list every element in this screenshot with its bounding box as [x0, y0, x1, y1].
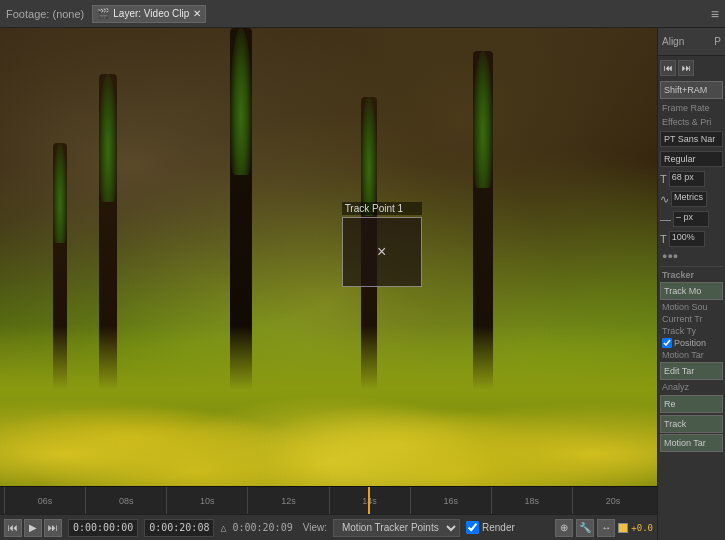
track-motion-btn[interactable]: Track Mo	[660, 282, 723, 300]
tool-btn-1[interactable]: ⊕	[555, 519, 573, 537]
right-panel: Align P ⏮ ⏭ Shift+RAM Frame Rate Effects…	[657, 28, 725, 540]
track-point-crosshair: ×	[377, 244, 386, 260]
position-checkbox-label: Position	[674, 338, 706, 348]
hamburger-menu-icon[interactable]: ≡	[711, 6, 719, 22]
motion-tar-btn[interactable]: Motion Tar	[660, 434, 723, 452]
color-swatch	[618, 523, 628, 533]
delta-time-display: △ 0:00:20:09	[220, 522, 292, 533]
percent-row: T 100%	[660, 231, 723, 247]
top-bar: Footage: (none) 🎬 Layer: Video Clip ✕ ≡	[0, 0, 725, 28]
flowers-field	[0, 326, 657, 486]
bottom-controls: ⏮ ▶ ⏭ 0:00:00:00 0:00:20:08 △ 0:00:20:09…	[0, 514, 657, 540]
font-size-row: T 68 px	[660, 171, 723, 187]
video-panel: Track Point 1 × 06s 08s 10s 12s 14s 16s …	[0, 28, 657, 540]
metrics-row: ∿ Metrics	[660, 191, 723, 207]
play-btn[interactable]: ▶	[24, 519, 42, 537]
foliage-3	[361, 97, 377, 216]
end-time-value: 0:00:20:08	[149, 522, 209, 533]
tool-btn-3[interactable]: ↔	[597, 519, 615, 537]
transport-row: ⏮ ⏭	[660, 58, 723, 78]
transport-controls: ⏮ ▶ ⏭	[4, 519, 62, 537]
current-time-display[interactable]: 0:00:00:00	[68, 519, 138, 537]
dash-row: — – px	[660, 211, 723, 227]
shift-ram-btn[interactable]: Shift+RAM	[660, 81, 723, 99]
metrics-input[interactable]: Metrics	[671, 191, 707, 207]
tree-overlay	[0, 28, 657, 486]
layer-label: Layer: Video Clip	[113, 8, 189, 19]
motion-source-label: Motion Sou	[660, 301, 723, 313]
frame-rate-label: Frame Rate	[660, 102, 723, 114]
percent-icon: T	[660, 233, 667, 245]
percent-input[interactable]: 100%	[669, 231, 705, 247]
tool-btn-2[interactable]: 🔧	[576, 519, 594, 537]
tracker-section: Tracker Track Mo Motion Sou Current Tr T…	[660, 266, 723, 453]
timeline-mark-6s[interactable]: 06s	[4, 487, 85, 514]
edit-target-btn[interactable]: Edit Tar	[660, 362, 723, 380]
timeline-ruler[interactable]: 06s 08s 10s 12s 14s 16s 18s 20s	[0, 487, 657, 514]
next-frame-btn[interactable]: ⏭	[44, 519, 62, 537]
timeline-mark-16s[interactable]: 16s	[410, 487, 491, 514]
top-bar-right: ≡	[711, 6, 719, 22]
close-icon[interactable]: ✕	[193, 8, 201, 19]
tracker-section-label: Tracker	[660, 269, 723, 281]
end-time-display[interactable]: 0:00:20:08	[144, 519, 214, 537]
foliage-5	[53, 143, 67, 244]
reset-btn[interactable]: Re	[660, 395, 723, 413]
right-panel-header: Align P	[658, 28, 725, 56]
metrics-icon: ∿	[660, 193, 669, 206]
timeline-mark-12s[interactable]: 12s	[247, 487, 328, 514]
video-viewport[interactable]: Track Point 1 ×	[0, 28, 657, 486]
foliage-2	[230, 28, 252, 175]
foliage-4	[473, 51, 493, 188]
second-panel-label: P	[714, 36, 721, 47]
prev-frame-btn[interactable]: ⏮	[4, 519, 22, 537]
align-label: Align	[662, 36, 684, 47]
offset-value: +0.0	[631, 523, 653, 533]
render-checkbox-group: Render	[466, 521, 515, 534]
view-select[interactable]: Motion Tracker Points	[333, 519, 460, 537]
font-style-display[interactable]: Regular	[660, 151, 723, 167]
film-icon: 🎬	[97, 8, 109, 19]
track-btn[interactable]: Track	[660, 415, 723, 433]
position-checkbox-row: Position	[660, 337, 723, 349]
analyze-label: Analyz	[660, 381, 723, 393]
timeline-playhead[interactable]	[368, 487, 370, 514]
track-type-label: Track Ty	[660, 325, 723, 337]
motion-target-label: Motion Tar	[660, 349, 723, 361]
position-checkbox[interactable]	[662, 338, 672, 348]
timeline-mark-8s[interactable]: 08s	[85, 487, 166, 514]
timeline-mark-20s[interactable]: 20s	[572, 487, 653, 514]
dots-indicator: ●●●	[660, 250, 723, 262]
footage-label: Footage: (none)	[6, 8, 84, 20]
right-panel-content: ⏮ ⏭ Shift+RAM Frame Rate Effects & Pri P…	[658, 56, 725, 540]
timeline-area: 06s 08s 10s 12s 14s 16s 18s 20s	[0, 486, 657, 514]
timeline-mark-18s[interactable]: 18s	[491, 487, 572, 514]
current-time-value: 0:00:00:00	[73, 522, 133, 533]
font-name-display[interactable]: PT Sans Nar	[660, 131, 723, 147]
dash-icon: —	[660, 213, 671, 225]
panel-next-btn[interactable]: ⏭	[678, 60, 694, 76]
panel-prev-btn[interactable]: ⏮	[660, 60, 676, 76]
dash-input[interactable]: – px	[673, 211, 709, 227]
render-checkbox[interactable]	[466, 521, 479, 534]
track-point-label: Track Point 1	[342, 202, 422, 215]
foliage-1	[99, 74, 117, 202]
current-track-label: Current Tr	[660, 313, 723, 325]
view-label: View:	[303, 522, 327, 533]
track-point-box[interactable]: ×	[342, 217, 422, 287]
video-background: Track Point 1 ×	[0, 28, 657, 486]
top-bar-left: Footage: (none) 🎬 Layer: Video Clip ✕	[6, 5, 711, 23]
timeline-mark-10s[interactable]: 10s	[166, 487, 247, 514]
font-size-input[interactable]: 68 px	[669, 171, 705, 187]
font-size-icon: T	[660, 173, 667, 185]
timeline-marks: 06s 08s 10s 12s 14s 16s 18s 20s	[0, 487, 657, 514]
main-content: Track Point 1 × 06s 08s 10s 12s 14s 16s …	[0, 28, 725, 540]
track-point-container[interactable]: Track Point 1 ×	[342, 202, 422, 287]
render-label: Render	[482, 522, 515, 533]
effects-label: Effects & Pri	[660, 116, 723, 128]
layer-select[interactable]: 🎬 Layer: Video Clip ✕	[92, 5, 206, 23]
